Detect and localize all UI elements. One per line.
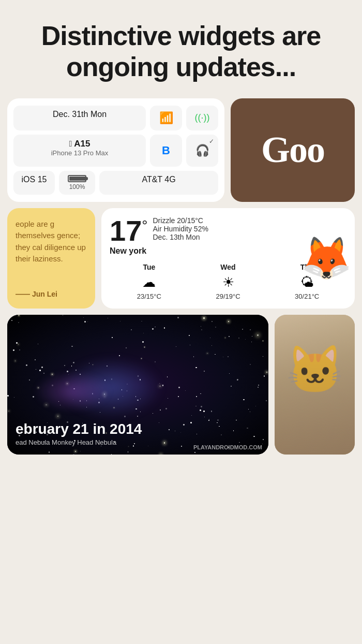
- signal-box: ((·)): [186, 106, 218, 130]
- weather-temp-section: 17° New york: [110, 216, 153, 256]
- forecast-temp: 23/15°C: [110, 292, 189, 300]
- signal-icon: ((·)): [195, 112, 210, 123]
- device-model: iPhone 13 Pro Max: [21, 149, 139, 157]
- sys-top-row: Dec. 31th Mon 📶 ((·)): [13, 106, 218, 130]
- page-title: Distinctive widgets are ongoing updates.…: [31, 21, 331, 83]
- cat-overlay: [275, 315, 355, 455]
- forecast-temp: 29/19°C: [189, 292, 268, 300]
- quote-author: —— Jun Lei: [16, 290, 87, 298]
- apple-logo-icon: : [69, 139, 72, 149]
- quote-text: eople are g themselves gence; they cal d…: [16, 218, 87, 265]
- forecast-day-name: Wed: [189, 263, 268, 271]
- row2: eople are g themselves gence; they cal d…: [0, 208, 362, 309]
- check-icon: ✓: [209, 138, 214, 145]
- fox-icon: 🦊: [300, 234, 352, 283]
- weather-widget: 17° New york Drizzle 20/15°C Air Humidit…: [101, 208, 355, 309]
- quote-widget: eople are g themselves gence; they cal d…: [7, 208, 95, 309]
- wifi-icon: 📶: [159, 111, 173, 125]
- space-caption: ebruary 21 in 2014 ead Nebula Monkey Hea…: [16, 421, 260, 446]
- google-widget: Goo: [231, 98, 355, 202]
- date-box: Dec. 31th Mon: [13, 106, 146, 130]
- bluetooth-icon: B: [162, 144, 170, 157]
- forecast-day: Tue ☁ 23/15°C: [110, 263, 189, 300]
- watermark-text: PLAYANDROIDMOD.COM: [193, 444, 262, 450]
- battery-box: 100%: [59, 171, 95, 195]
- wifi-box: 📶: [150, 106, 182, 130]
- space-date: ebruary 21 in 2014: [16, 421, 260, 437]
- temperature: 17°: [110, 216, 148, 245]
- carrier-box: AT&T 4G: [99, 171, 218, 195]
- weather-top: 17° New york Drizzle 20/15°C Air Humidit…: [110, 216, 346, 256]
- cat-image-widget: 🐱: [275, 315, 355, 455]
- battery-fill: [69, 177, 86, 181]
- sys-middle-row:  A15 iPhone 13 Pro Max B ✓ 🎧: [13, 135, 218, 167]
- header-section: Distinctive widgets are ongoing updates.…: [0, 0, 362, 98]
- forecast-day: Wed ☀ 29/19°C: [189, 263, 268, 300]
- ios-version: iOS 15: [13, 171, 55, 195]
- weather-city: New york: [110, 246, 153, 256]
- row1: Dec. 31th Mon 📶 ((·))  A15 iPhone 13 Pr…: [0, 98, 362, 202]
- battery-percent: 100%: [69, 183, 85, 191]
- battery-bar: [68, 175, 86, 182]
- space-image-widget: ebruary 21 in 2014 ead Nebula Monkey Hea…: [7, 315, 268, 455]
- weather-fox-mascot: 🦊: [298, 208, 355, 309]
- device-box:  A15 iPhone 13 Pro Max: [13, 135, 146, 167]
- cat-image-bg: 🐱: [275, 315, 355, 455]
- forecast-weather-icon: ☁: [110, 274, 189, 290]
- chip-label:  A15: [21, 139, 139, 149]
- sys-bottom-row: iOS 15 100% AT&T 4G: [13, 171, 218, 195]
- bluetooth-box: B: [150, 135, 182, 167]
- airpods-box: ✓ 🎧: [186, 135, 218, 167]
- forecast-day-name: Tue: [110, 263, 189, 271]
- forecast-weather-icon: ☀: [189, 274, 268, 290]
- airpods-icon: 🎧: [195, 144, 209, 157]
- system-info-widget: Dec. 31th Mon 📶 ((·))  A15 iPhone 13 Pr…: [7, 98, 224, 202]
- nebula-glow2: [34, 371, 111, 412]
- row3: ebruary 21 in 2014 ead Nebula Monkey Hea…: [0, 315, 362, 455]
- google-text: Goo: [261, 128, 324, 171]
